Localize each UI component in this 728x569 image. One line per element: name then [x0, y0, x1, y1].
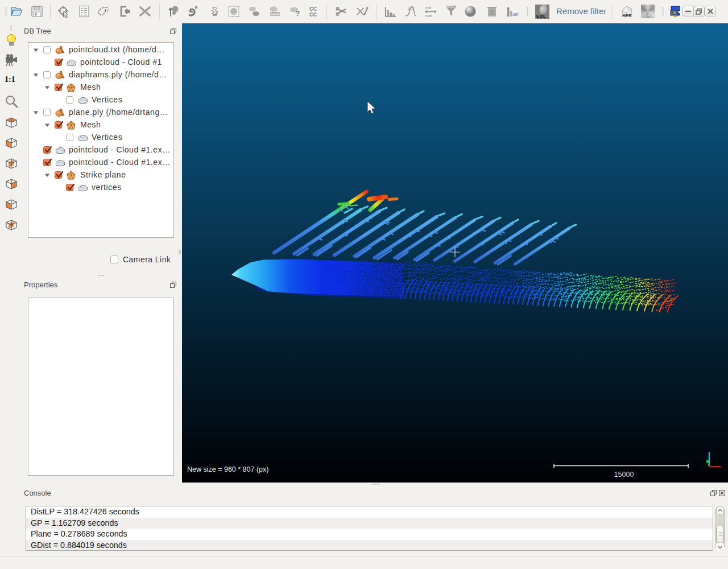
svg-text:min: min	[425, 6, 432, 10]
svg-text:HPR: HPR	[622, 13, 632, 18]
svg-text:CC: CC	[309, 11, 317, 18]
svg-text:diff: diff	[512, 12, 519, 17]
svg-text:?: ?	[296, 10, 300, 18]
svg-text:15000: 15000	[614, 471, 634, 479]
svg-text:max: max	[425, 14, 433, 18]
svg-text:New size = 960 * 807 (px): New size = 960 * 807 (px)	[187, 465, 268, 473]
svg-text:μ,σ: μ,σ	[408, 6, 415, 11]
